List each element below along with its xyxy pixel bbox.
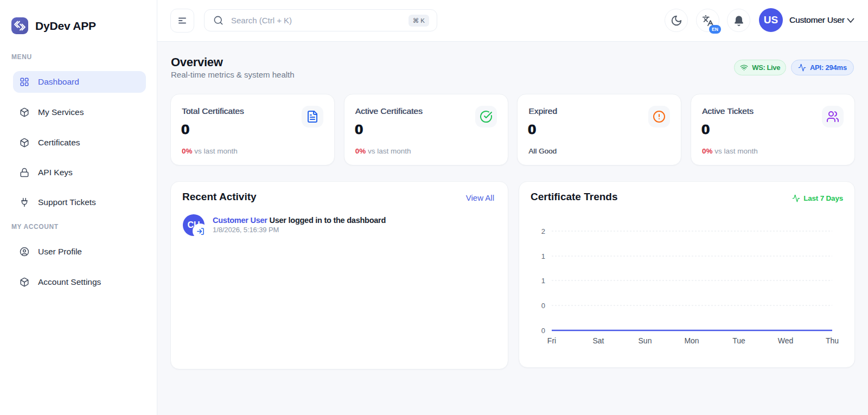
svg-text:1: 1 xyxy=(541,277,545,285)
svg-text:Thu: Thu xyxy=(826,336,839,345)
svg-text:Tue: Tue xyxy=(732,336,745,345)
svg-text:Mon: Mon xyxy=(684,336,699,345)
svg-text:Wed: Wed xyxy=(778,336,794,345)
svg-text:2: 2 xyxy=(541,227,545,235)
svg-text:0: 0 xyxy=(541,302,545,310)
svg-text:1: 1 xyxy=(541,252,545,260)
svg-text:Sun: Sun xyxy=(639,336,652,345)
svg-text:Fri: Fri xyxy=(547,336,556,345)
svg-text:Sat: Sat xyxy=(592,336,604,345)
svg-text:0: 0 xyxy=(541,327,545,335)
